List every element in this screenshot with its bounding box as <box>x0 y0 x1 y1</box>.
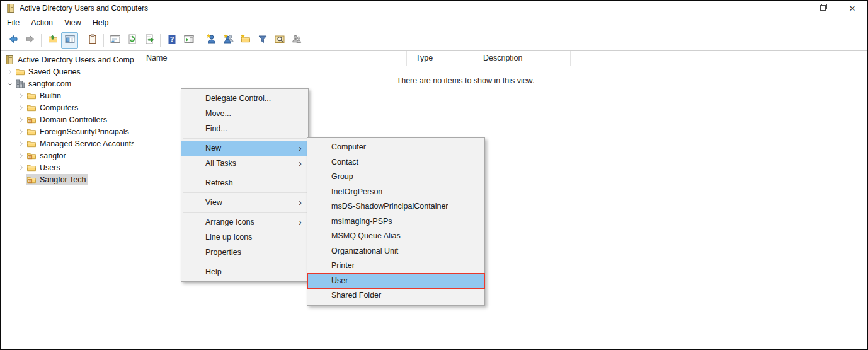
tree-item-label: sangfor <box>40 151 66 160</box>
menu-item-label: Contact <box>331 158 358 166</box>
chevron-right-icon[interactable] <box>16 127 26 136</box>
chevron-down-icon[interactable] <box>5 79 14 88</box>
toolbar-separator <box>41 34 42 47</box>
submenu-item-organizational-unit[interactable]: Organizational Unit <box>307 244 484 259</box>
chevron-right-icon[interactable] <box>5 67 14 76</box>
tree-content: Users <box>26 162 62 173</box>
tree-item-sangfor-tech[interactable]: Sangfor Tech <box>1 173 134 185</box>
submenu-arrow-icon: › <box>299 141 302 156</box>
tree-item-active-directory-users-and-computers[interactable]: Active Directory Users and Computers <box>1 54 134 66</box>
context-menu-item-refresh[interactable]: Refresh <box>181 175 308 190</box>
up-one-level-button[interactable] <box>44 32 61 49</box>
context-menu-item-properties[interactable]: Properties <box>181 245 308 260</box>
toolbar-separator <box>200 34 200 47</box>
chevron-right-icon[interactable] <box>16 139 26 148</box>
tree-item-saved-queries[interactable]: Saved Queries <box>1 66 134 78</box>
menu-action[interactable]: Action <box>25 16 59 30</box>
chevron-right-icon[interactable] <box>16 103 26 112</box>
menu-view[interactable]: View <box>59 16 87 30</box>
ou-folder-icon <box>26 175 37 185</box>
menu-item-label: Computer <box>331 143 366 151</box>
menu-item-label: Delegate Control... <box>205 94 271 103</box>
menu-item-label: Properties <box>205 248 241 257</box>
help-button[interactable]: ? <box>163 32 180 49</box>
minimize-button[interactable]: – <box>780 1 809 16</box>
tree-item-builtin[interactable]: Builtin <box>1 90 134 102</box>
column-header-description[interactable]: Description <box>474 51 571 66</box>
submenu-item-user[interactable]: User <box>307 274 484 289</box>
submenu-item-inetorgperson[interactable]: InetOrgPerson <box>307 185 484 200</box>
filter-button[interactable] <box>254 32 271 49</box>
list-window-button[interactable] <box>106 32 123 49</box>
submenu-item-msimaging-psps[interactable]: msImaging-PSPs <box>307 214 484 230</box>
tree-item-label: Sangfor Tech <box>40 175 86 184</box>
context-menu-item-help[interactable]: Help <box>181 264 308 279</box>
context-menu-item-find[interactable]: Find... <box>181 121 308 136</box>
menu-file[interactable]: File <box>1 16 25 30</box>
menu-item-label: New <box>205 144 221 153</box>
window-controls: –✕ <box>780 1 867 16</box>
ou-folder-icon <box>26 151 37 161</box>
submenu-item-contact[interactable]: Contact <box>307 155 484 170</box>
menu-separator <box>183 212 307 213</box>
chevron-right-icon[interactable] <box>16 115 26 124</box>
tree-item-label: Users <box>40 163 60 172</box>
tree-item-sangfor[interactable]: sangfor <box>1 149 134 161</box>
context-menu-item-line-up-icons[interactable]: Line up Icons <box>181 230 308 245</box>
special-permissions-button[interactable] <box>288 32 305 49</box>
action-pane-icon <box>184 34 194 47</box>
tree-item-sangfor-com[interactable]: sangfor.com <box>1 78 134 90</box>
tree-item-foreignsecurityprincipals[interactable]: ForeignSecurityPrincipals <box>1 125 134 137</box>
properties-clipboard-button[interactable] <box>84 32 101 49</box>
forward-button[interactable] <box>21 32 38 49</box>
close-button[interactable]: ✕ <box>838 1 867 16</box>
context-menu-item-move[interactable]: Move... <box>181 106 308 121</box>
tree-item-users[interactable]: Users <box>1 161 134 173</box>
submenu-item-msds-shadowprincipalcontainer[interactable]: msDS-ShadowPrincipalContainer <box>307 199 484 214</box>
column-header-name[interactable]: Name <box>137 51 407 66</box>
refresh-button[interactable] <box>123 32 140 49</box>
submenu-arrow-icon: › <box>299 195 302 210</box>
menu-item-label: Shared Folder <box>331 291 381 300</box>
menu-help[interactable]: Help <box>87 16 115 30</box>
tree-item-domain-controllers[interactable]: Domain Controllers <box>1 114 134 125</box>
aduc-window: Active Directory Users and Computers –✕ … <box>0 0 868 350</box>
restore-icon <box>820 4 827 13</box>
submenu-item-printer[interactable]: Printer <box>307 259 484 274</box>
context-menu-item-all-tasks[interactable]: All Tasks› <box>181 156 308 171</box>
toolbar-separator <box>103 34 104 47</box>
tree-item-label: Domain Controllers <box>40 115 107 124</box>
action-pane-button[interactable] <box>180 32 197 49</box>
export-list-button[interactable] <box>140 32 157 49</box>
submenu-item-group[interactable]: Group <box>307 170 484 185</box>
restore-button[interactable] <box>809 1 838 16</box>
context-menu-item-new[interactable]: New› <box>181 141 308 156</box>
export-list-icon <box>144 34 154 47</box>
chevron-right-icon[interactable] <box>16 151 26 160</box>
context-menu-item-delegate-control[interactable]: Delegate Control... <box>181 91 308 106</box>
chevron-placeholder <box>16 175 26 184</box>
new-group-button[interactable] <box>220 32 237 49</box>
submenu-item-msmq-queue-alias[interactable]: MSMQ Queue Alias <box>307 229 484 244</box>
back-button[interactable] <box>4 32 21 49</box>
close-icon: ✕ <box>849 4 856 13</box>
chevron-right-icon[interactable] <box>16 91 26 100</box>
chevron-right-icon[interactable] <box>16 163 26 172</box>
new-user-button[interactable] <box>203 32 220 49</box>
context-menu-item-arrange-icons[interactable]: Arrange Icons› <box>181 214 308 230</box>
show-console-tree-button[interactable] <box>61 32 78 49</box>
list-header: NameTypeDescription <box>137 51 867 66</box>
tree-item-managed-service-accounts[interactable]: Managed Service Accounts <box>1 137 134 149</box>
new-ou-button[interactable] <box>237 32 254 49</box>
menu-item-label: msDS-ShadowPrincipalContainer <box>331 202 448 211</box>
tree-item-computers[interactable]: Computers <box>1 102 134 114</box>
empty-view-message: There are no items to show in this view. <box>397 76 535 85</box>
column-header-type[interactable]: Type <box>407 51 474 66</box>
new-ou-icon <box>241 34 251 47</box>
submenu-item-computer[interactable]: Computer <box>307 140 484 155</box>
menu-separator <box>183 192 307 193</box>
find-button[interactable] <box>271 32 288 49</box>
tree-content: Builtin <box>26 90 63 102</box>
context-menu-item-view[interactable]: View› <box>181 195 308 210</box>
submenu-item-shared-folder[interactable]: Shared Folder <box>307 288 484 303</box>
